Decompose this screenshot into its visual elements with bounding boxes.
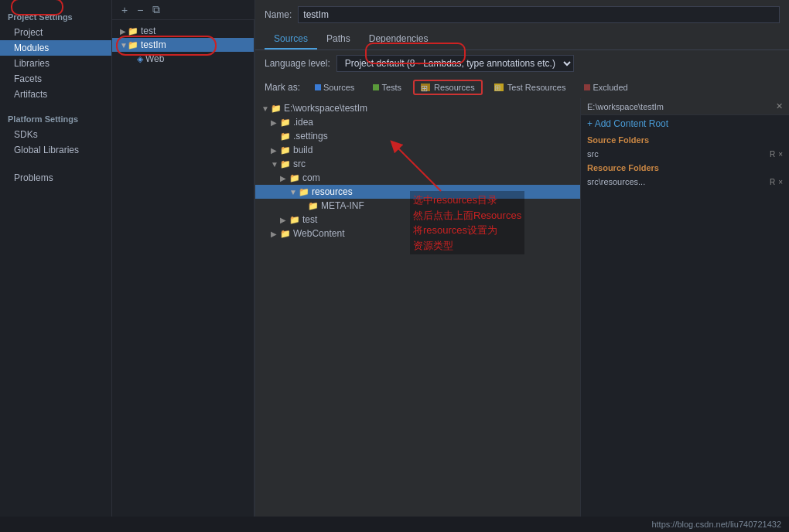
tests-dot [373,84,379,90]
mtree-item-resources[interactable]: ▼ 📁 resources [255,185,580,199]
tree-arrow-test: ▶ [120,27,128,36]
src-folder-icon: 📁 [280,159,291,169]
mark-sources-btn[interactable]: Sources [308,80,361,94]
src-label: src [293,159,306,169]
lang-level-row: Language level: Project default (8 - Lam… [255,50,789,77]
webcontent-label: WebContent [293,228,345,239]
info-path-label: E:\workspace\testIm [587,102,664,111]
resource-folder-edit-btn[interactable]: R [770,178,775,186]
root-label: E:\workspace\testIm [284,103,367,114]
sidebar-item-libraries[interactable]: Libraries [0,56,111,71]
module-name-input[interactable] [298,6,780,23]
root-arrow: ▼ [261,104,271,113]
test-label: test [302,214,317,225]
module-settings-panel: Name: Sources Paths Dependencies Languag… [255,0,789,532]
source-folders-section: Source Folders [581,132,789,148]
idea-folder-icon: 📁 [280,118,291,128]
add-module-button[interactable]: + [118,2,131,18]
remove-module-button[interactable]: − [134,2,146,18]
lang-level-label: Language level: [265,58,330,69]
name-row: Name: [255,0,789,29]
mark-as-label: Mark as: [265,82,300,93]
mtree-item-build[interactable]: ▶ 📁 build [255,143,580,157]
tree-item-web[interactable]: ◈ Web [112,52,254,66]
tree-item-testim[interactable]: ▼ 📁 testIm [112,38,254,52]
mark-sources-label: Sources [323,83,354,92]
source-folder-actions: R × [770,150,783,159]
bottom-bar: https://blog.csdn.net/liu740721432 [0,517,789,532]
test-resources-icon: ⊞ [494,84,504,91]
project-settings-label: Project Settings [0,6,111,25]
project-tree: ▶ 📁 test ▼ 📁 testIm ◈ Web [112,20,254,532]
sidebar: Project Settings Project Modules Librari… [0,0,112,532]
source-folder-remove-btn[interactable]: × [778,150,783,159]
root-folder-icon: 📁 [271,104,282,114]
sidebar-item-global-libraries[interactable]: Global Libraries [0,142,111,158]
test-folder-icon: 📁 [289,215,300,225]
idea-arrow: ▶ [271,118,280,127]
module-toolbar: + − ⧉ [112,0,254,20]
folder-icon-test: 📁 [128,26,138,36]
resources-folder-icon: 📁 [299,187,309,197]
mtree-item-settings[interactable]: 📁 .settings [255,129,580,143]
tab-paths[interactable]: Paths [317,29,360,49]
mark-as-row: Mark as: Sources Tests ⊞ Resources ⊞ Tes… [255,77,789,98]
sidebar-item-sdks[interactable]: SDKs [0,127,111,142]
lang-level-select[interactable]: Project default (8 - Lambdas, type annot… [336,55,574,72]
web-icon: ◈ [137,54,143,64]
info-panel: E:\workspace\testIm ✕ + Add Content Root… [580,98,789,532]
tree-arrow-testim: ▼ [120,41,128,49]
idea-label: .idea [293,117,313,128]
mtree-item-src[interactable]: ▼ 📁 src [255,157,580,171]
sidebar-item-artifacts[interactable]: Artifacts [0,87,111,102]
mark-tests-label: Tests [381,83,401,92]
info-panel-header: E:\workspace\testIm ✕ [581,98,789,115]
bottom-url: https://blog.csdn.net/liu740721432 [651,520,781,529]
resource-folder-remove-btn[interactable]: × [778,178,783,186]
mark-resources-btn[interactable]: ⊞ Resources [413,80,483,95]
mark-resources-label: Resources [434,83,475,92]
mtree-item-root[interactable]: ▼ 📁 E:\workspace\testIm [255,101,580,115]
resources-label: resources [312,186,353,197]
mtree-item-com[interactable]: ▶ 📁 com [255,171,580,185]
mark-excluded-label: Excluded [593,83,627,92]
name-label: Name: [265,9,292,20]
source-folder-edit-btn[interactable]: R [770,150,775,159]
excluded-dot [584,84,590,90]
mtree-item-idea[interactable]: ▶ 📁 .idea [255,115,580,129]
mark-excluded-btn[interactable]: Excluded [577,80,634,94]
resource-folder-actions: R × [770,178,783,186]
resources-arrow: ▼ [289,188,299,196]
tab-dependencies[interactable]: Dependencies [360,29,438,49]
info-close-button[interactable]: ✕ [776,101,783,111]
resource-folders-section: Resource Folders [581,160,789,176]
resource-folder-path: src\resources... [587,177,645,186]
add-content-root-btn[interactable]: + Add Content Root [581,115,789,132]
resources-icon: ⊞ [421,84,430,91]
build-arrow: ▶ [271,146,280,155]
mark-tests-btn[interactable]: Tests [366,80,408,94]
source-folder-row-src: src R × [581,148,789,160]
sources-dot [315,84,321,90]
sidebar-item-problems[interactable]: Problems [0,170,111,186]
mtree-item-test[interactable]: ▶ 📁 test [255,213,580,227]
module-tree: ▼ 📁 E:\workspace\testIm ▶ 📁 .idea 📁 .set… [255,98,580,532]
tree-item-test[interactable]: ▶ 📁 test [112,24,254,38]
mtree-item-webcontent[interactable]: ▶ 📁 WebContent [255,227,580,240]
src-arrow: ▼ [271,160,280,169]
com-folder-icon: 📁 [289,173,300,183]
tree-label-testim: testIm [141,39,166,50]
sidebar-item-project[interactable]: Project [0,25,111,40]
folder-icon-testim: 📁 [128,40,138,50]
source-folder-path: src [587,149,599,159]
tab-sources[interactable]: Sources [265,29,317,49]
tree-label-web: Web [145,53,164,64]
settings-label: .settings [293,131,328,142]
sidebar-item-facets[interactable]: Facets [0,71,111,87]
mark-test-resources-btn[interactable]: ⊞ Test Resources [487,80,573,94]
mtree-item-metainf[interactable]: 📁 META-INF [255,199,580,213]
sidebar-item-modules[interactable]: Modules [0,40,111,56]
copy-module-button[interactable]: ⧉ [149,2,163,18]
webcontent-arrow: ▶ [271,230,280,238]
test-arrow: ▶ [280,216,289,224]
